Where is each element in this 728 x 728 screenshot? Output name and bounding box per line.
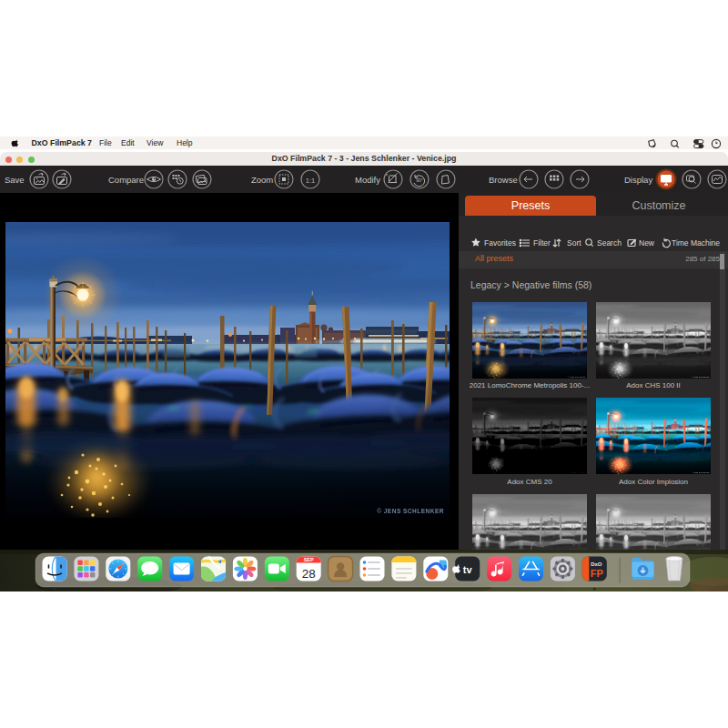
- svg-text:Sort: Sort: [567, 238, 581, 248]
- svg-text:New: New: [639, 238, 655, 248]
- svg-text:SEP: SEP: [304, 557, 314, 562]
- svg-text:Modify: Modify: [355, 175, 380, 185]
- svg-text:DxO: DxO: [591, 561, 602, 567]
- svg-text:tv: tv: [463, 564, 473, 575]
- svg-text:Filter: Filter: [533, 238, 551, 248]
- svg-text:Favorites: Favorites: [484, 238, 516, 248]
- svg-text:Save: Save: [5, 175, 25, 185]
- svg-text:Compare: Compare: [108, 175, 144, 185]
- svg-text:Zoom: Zoom: [251, 175, 273, 185]
- svg-text:Search: Search: [597, 238, 622, 248]
- svg-text:FP: FP: [591, 568, 603, 579]
- svg-text:28: 28: [302, 567, 316, 581]
- svg-text:1:1: 1:1: [306, 177, 315, 185]
- svg-text:Time Machine: Time Machine: [672, 238, 720, 248]
- svg-text:Display: Display: [624, 175, 652, 185]
- svg-text:Browse: Browse: [489, 175, 518, 185]
- svg-text:90°: 90°: [416, 177, 423, 183]
